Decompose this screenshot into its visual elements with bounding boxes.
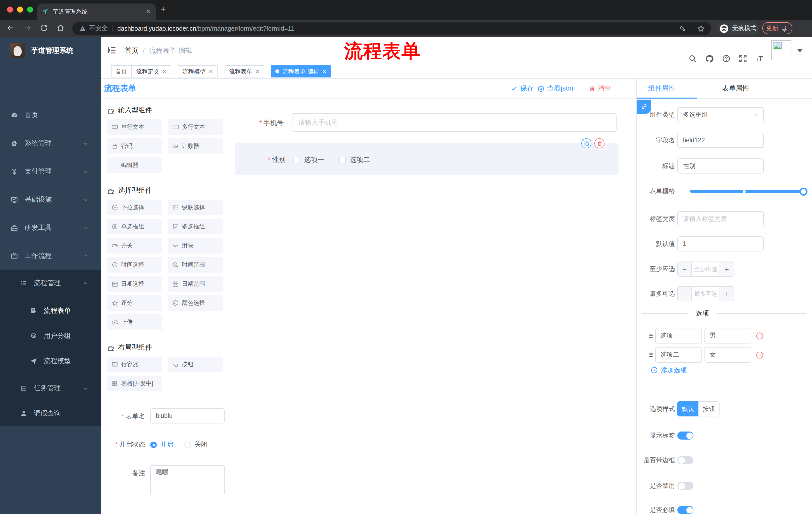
disabled-toggle[interactable] [677,482,693,490]
border-toggle[interactable] [677,456,693,464]
comp-password[interactable]: 密码 [107,138,162,154]
tag-home[interactable]: 首页 [111,65,132,77]
stepper-increase-button[interactable]: + [720,262,734,276]
add-option-button[interactable]: 添加选项 [651,366,687,375]
style-button-button[interactable]: 按钮 [698,401,720,416]
status-off-radio[interactable]: 关闭 [184,440,207,449]
sidebar-item-process-model[interactable]: 流程模型 [0,349,101,374]
sidebar-item-payment[interactable]: 支付管理 [0,157,101,186]
home-icon[interactable] [56,24,65,32]
comp-row-container[interactable]: 行容器 [107,357,162,372]
drag-handle-icon[interactable] [648,352,654,358]
comp-checkbox-group[interactable]: 多选框组 [168,219,223,234]
style-default-button[interactable]: 默认 [677,401,698,416]
default-value-input[interactable] [677,236,764,251]
avatar[interactable] [771,40,791,60]
comp-radio-group[interactable]: 单选框组 [107,219,162,234]
comp-table[interactable]: 表格[开发中] [107,376,162,391]
status-on-radio[interactable]: 开启 [150,440,173,449]
phone-field-input[interactable] [292,113,616,132]
tab-component-props[interactable]: 组件属性 [648,84,675,93]
tag-close-icon[interactable]: ✕ [255,68,260,75]
comp-upload[interactable]: 上传 [107,314,162,330]
save-button[interactable]: 保存 [511,84,533,93]
fullscreen-icon[interactable] [738,54,747,63]
tag-close-icon[interactable]: ✕ [162,68,167,75]
breadcrumb-home[interactable]: 首页 [125,46,138,55]
help-icon[interactable] [722,54,731,63]
sidebar-item-leave-query[interactable]: 请假查询 [0,401,101,426]
comp-select[interactable]: 下拉选择 [107,200,162,215]
sidebar-item-system[interactable]: 系统管理 [0,129,101,157]
sidebar-item-infrastructure[interactable]: 基础设施 [0,186,101,214]
tag-process-form-edit[interactable]: 流程表单-编辑✕ [271,65,331,77]
sidebar-item-user-groups[interactable]: 用户分组 [0,323,101,349]
comp-time-picker[interactable]: 时间选择 [107,257,162,273]
slider-track[interactable] [690,190,808,193]
password-key-icon[interactable] [678,25,686,32]
comp-color-picker[interactable]: 颜色选择 [168,295,223,311]
label-width-input[interactable] [677,211,764,226]
max-select-input[interactable] [691,287,720,301]
sidebar-item-workflow[interactable]: 工作流程 [0,242,101,270]
option-label-input[interactable] [655,328,702,344]
sidebar-item-process-mgmt[interactable]: 流程管理 [0,271,101,296]
bookmark-star-icon[interactable] [697,24,705,32]
min-select-input[interactable] [691,262,720,276]
comp-date-range[interactable]: 日期范围 [168,276,223,292]
checkbox-icon[interactable] [293,157,300,163]
comp-rate[interactable]: 评分 [107,295,162,311]
comp-button[interactable]: 按钮 [168,357,223,372]
avatar-caret-icon[interactable] [798,49,803,52]
form-remark-textarea[interactable]: 嘿嘿 [150,465,225,495]
window-minimize-button[interactable] [17,6,23,12]
title-input[interactable] [677,158,764,173]
reload-icon[interactable] [40,24,48,32]
chrome-caret-icon[interactable] [782,29,787,32]
font-size-icon[interactable]: TT [755,54,765,63]
tag-process-model[interactable]: 流程模型✕ [178,65,218,77]
tag-close-icon[interactable]: ✕ [322,68,327,75]
tab-close-icon[interactable]: ✕ [146,8,151,15]
search-icon[interactable] [688,54,697,63]
sidebar-item-home[interactable]: 首页 [0,101,101,129]
sidebar-logo[interactable]: 芋道管理系统 [0,37,101,64]
stepper-decrease-button[interactable]: − [678,262,691,276]
drag-handle-icon[interactable] [648,332,654,339]
comp-multi-line-text[interactable]: 多行文本 [168,119,223,135]
comp-single-line-text[interactable]: 单行文本 [107,119,162,135]
browser-tab[interactable]: 芋道管理系统 ✕ [37,3,156,20]
sidebar-item-devtools[interactable]: 研发工具 [0,214,101,242]
remove-option-icon[interactable] [756,351,764,359]
component-type-select[interactable]: 多选框组 [677,107,764,122]
show-label-toggle[interactable] [677,432,693,439]
stepper-decrease-button[interactable]: − [678,287,691,301]
comp-cascader[interactable]: 级联选择 [168,200,223,215]
sidebar-item-task-mgmt[interactable]: 任务管理 [0,376,101,401]
new-tab-button[interactable]: + [161,6,166,13]
selected-component-row[interactable]: 性别 选项一 选项二 [235,143,618,175]
comp-editor[interactable]: 编辑器 [107,157,162,173]
slider-handle[interactable] [800,187,808,195]
comp-date-picker[interactable]: 日期选择 [107,276,162,292]
address-bar[interactable]: 不安全 dashboard.yudao.iocoder.cn/bpm/manag… [72,22,711,35]
form-grid-slider[interactable] [690,184,808,199]
delete-component-button[interactable] [594,138,605,148]
comp-time-range[interactable]: 时间范围 [168,257,223,273]
copy-component-button[interactable] [581,138,591,148]
sidebar-fold-icon[interactable] [108,46,117,55]
clear-button[interactable]: 清空 [588,84,611,93]
comp-slider[interactable]: 滑块 [168,238,223,253]
gender-option-1[interactable]: 选项一 [293,155,324,164]
required-toggle[interactable] [677,506,693,514]
github-icon[interactable] [705,54,714,63]
remove-option-icon[interactable] [756,332,764,340]
window-close-button[interactable] [7,6,13,12]
option-label-input[interactable] [655,347,702,362]
tag-close-icon[interactable]: ✕ [208,68,213,75]
stepper-increase-button[interactable]: + [720,287,734,301]
sidebar-item-process-form[interactable]: 流程表单 [0,298,101,323]
tab-form-props[interactable]: 表单属性 [722,84,749,93]
option-value-input[interactable] [704,347,751,362]
forward-icon[interactable] [23,24,32,32]
